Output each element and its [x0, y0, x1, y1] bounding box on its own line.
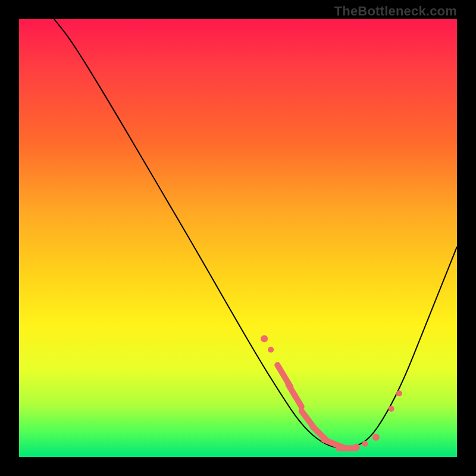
curve-marker-dot	[292, 393, 298, 399]
marker-layer	[261, 335, 402, 451]
source-label: TheBottleneck.com	[334, 4, 457, 19]
curve-path	[54, 19, 457, 448]
curve-marker-dot	[372, 434, 380, 441]
curve-marker-dot	[268, 347, 274, 353]
curve-marker-dot	[261, 335, 268, 342]
curve-marker-dot	[396, 390, 402, 396]
curve-marker-dot	[353, 444, 360, 451]
curve-marker-dot	[362, 441, 368, 447]
bottleneck-curve	[19, 19, 457, 457]
plot-area	[19, 19, 457, 457]
chart-frame: TheBottleneck.com	[0, 0, 476, 476]
curve-marker-dot	[389, 406, 394, 412]
